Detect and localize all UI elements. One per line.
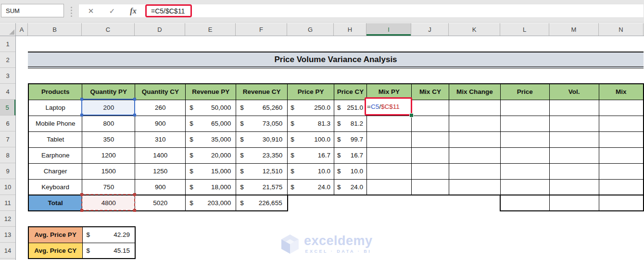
- cell[interactable]: [367, 163, 412, 179]
- cell[interactable]: [367, 179, 412, 195]
- reference-range-c5[interactable]: [81, 99, 135, 116]
- cell[interactable]: $12,510: [236, 163, 288, 179]
- row-header-7[interactable]: 7: [0, 131, 15, 147]
- cell-product[interactable]: Mobile Phone: [28, 116, 82, 131]
- column-header-i-selected[interactable]: I: [366, 23, 411, 36]
- cell[interactable]: [599, 147, 644, 163]
- cell[interactable]: [411, 131, 449, 147]
- cell-product[interactable]: Earphone: [28, 147, 82, 163]
- cell[interactable]: [449, 100, 500, 116]
- total-label-cell[interactable]: Total: [28, 195, 82, 211]
- column-header-k[interactable]: K: [449, 23, 500, 36]
- cell[interactable]: 1200: [82, 147, 135, 163]
- column-header-e[interactable]: E: [185, 23, 236, 36]
- cell[interactable]: $21,575: [236, 179, 288, 195]
- cell[interactable]: $65,260: [236, 100, 288, 116]
- header-mix-change[interactable]: Mix Change: [449, 84, 500, 100]
- row-header-5-selected[interactable]: 5: [0, 100, 15, 116]
- cell[interactable]: [549, 147, 599, 163]
- cell[interactable]: [449, 147, 500, 163]
- column-header-j[interactable]: J: [411, 23, 449, 36]
- cell[interactable]: 310: [135, 131, 186, 147]
- column-header-g[interactable]: G: [287, 23, 334, 36]
- cell[interactable]: $10.0: [334, 163, 367, 179]
- cell[interactable]: $23,350: [236, 147, 288, 163]
- header-quantity-cy[interactable]: Quantity CY: [135, 84, 186, 100]
- row-header-12[interactable]: 12: [0, 211, 15, 227]
- cell-product[interactable]: Charger: [28, 163, 82, 179]
- sheet-title-cell[interactable]: Price Volume Variance Analysis: [28, 52, 644, 68]
- header-revenue-py[interactable]: Revenue PY: [186, 84, 236, 100]
- header-revenue-cy[interactable]: Revenue CY: [236, 84, 288, 100]
- cell[interactable]: [288, 195, 334, 211]
- cell[interactable]: $251.0: [334, 100, 367, 116]
- column-header-a[interactable]: A: [16, 23, 28, 36]
- header-price-py[interactable]: Price PY: [288, 84, 334, 100]
- cell[interactable]: [599, 195, 644, 211]
- cell[interactable]: [500, 163, 549, 179]
- cell[interactable]: [549, 116, 599, 131]
- header-price[interactable]: Price: [500, 84, 549, 100]
- avg-price-cy-label[interactable]: Avg. Price CY: [28, 243, 82, 259]
- cell[interactable]: 350: [82, 131, 135, 147]
- cell[interactable]: [599, 131, 644, 147]
- cell[interactable]: [549, 195, 599, 211]
- row-header-4[interactable]: 4: [0, 84, 15, 100]
- cell[interactable]: $24.0: [334, 179, 367, 195]
- cell[interactable]: $16.7: [334, 147, 367, 163]
- cell[interactable]: [599, 100, 644, 116]
- cell[interactable]: $226,655: [236, 195, 288, 211]
- cell[interactable]: $24.0: [288, 179, 334, 195]
- cell[interactable]: $65,000: [186, 116, 236, 131]
- header-quantity-py[interactable]: Quantity PY: [82, 84, 135, 100]
- avg-price-py-value[interactable]: $42.29: [82, 227, 135, 243]
- column-header-h[interactable]: H: [334, 23, 366, 36]
- cell[interactable]: [500, 131, 549, 147]
- row-header-6[interactable]: 6: [0, 116, 15, 131]
- cell-product[interactable]: Laptop: [28, 100, 82, 116]
- avg-price-cy-value[interactable]: $45.15: [82, 243, 135, 259]
- cell[interactable]: [367, 131, 412, 147]
- cell[interactable]: 5020: [135, 195, 186, 211]
- row-header-10[interactable]: 10: [0, 179, 15, 195]
- row-header-11[interactable]: 11: [0, 195, 15, 211]
- cell-product[interactable]: Keyboard: [28, 179, 82, 195]
- cell[interactable]: $73,050: [236, 116, 288, 131]
- cell[interactable]: [411, 179, 449, 195]
- cell[interactable]: $81.3: [288, 116, 334, 131]
- cell[interactable]: [549, 163, 599, 179]
- cell[interactable]: $30,910: [236, 131, 288, 147]
- header-products[interactable]: Products: [28, 84, 82, 100]
- cell[interactable]: $50,000: [186, 100, 236, 116]
- cell[interactable]: $18,000: [186, 179, 236, 195]
- column-header-c[interactable]: C: [82, 23, 135, 36]
- column-header-f[interactable]: F: [236, 23, 287, 36]
- cell[interactable]: [367, 116, 412, 131]
- row-header-13[interactable]: 13: [0, 227, 15, 243]
- cell[interactable]: [449, 163, 500, 179]
- cell[interactable]: [500, 179, 549, 195]
- cell[interactable]: $35,000: [186, 131, 236, 147]
- cell[interactable]: [449, 179, 500, 195]
- cell[interactable]: 900: [135, 116, 186, 131]
- cell[interactable]: 750: [82, 179, 135, 195]
- cell[interactable]: 260: [135, 100, 186, 116]
- cell[interactable]: [411, 163, 449, 179]
- cell[interactable]: [411, 147, 449, 163]
- cell[interactable]: [334, 195, 367, 211]
- cell[interactable]: $250.0: [288, 100, 334, 116]
- header-mix[interactable]: Mix: [599, 84, 644, 100]
- cell[interactable]: [411, 100, 449, 116]
- cell[interactable]: 1500: [82, 163, 135, 179]
- cell[interactable]: [367, 195, 412, 211]
- cell[interactable]: [549, 131, 599, 147]
- enter-icon[interactable]: ✓: [106, 7, 118, 15]
- cell[interactable]: [599, 163, 644, 179]
- cell[interactable]: $10.0: [288, 163, 334, 179]
- cell[interactable]: [549, 179, 599, 195]
- header-mix-cy[interactable]: Mix CY: [411, 84, 449, 100]
- cell[interactable]: [599, 116, 644, 131]
- cell[interactable]: 1250: [135, 163, 186, 179]
- cell[interactable]: [599, 179, 644, 195]
- column-header-b[interactable]: B: [28, 23, 82, 36]
